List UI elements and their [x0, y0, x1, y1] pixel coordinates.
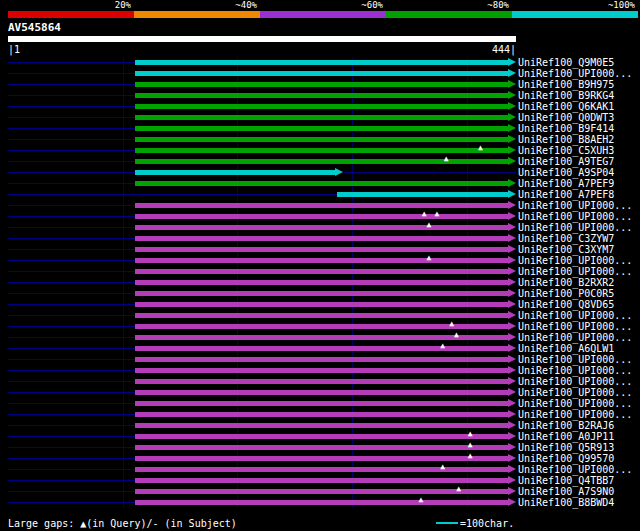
hit-accession-link[interactable]: UniRef100_UPI000...	[518, 222, 632, 233]
hit-accession-link[interactable]: UniRef100_UPI000...	[518, 211, 632, 222]
hsp-arrowhead-icon	[508, 179, 516, 187]
hsp-bar[interactable]	[135, 126, 508, 131]
hsp-arrowhead-icon	[508, 256, 516, 264]
hsp-bar[interactable]	[135, 159, 508, 164]
hsp-bar[interactable]	[135, 280, 508, 285]
hit-accession-link[interactable]: UniRef100_UPI000...	[518, 409, 632, 420]
hsp-bar[interactable]	[135, 93, 508, 98]
hit-accession-link[interactable]: UniRef100_UPI000...	[518, 398, 632, 409]
hit-accession-link[interactable]: UniRef100_UPI000...	[518, 354, 632, 365]
hsp-bar[interactable]	[135, 225, 508, 230]
hsp-bar[interactable]	[135, 478, 508, 483]
hit-accession-link[interactable]: UniRef100_C3ZYW7	[518, 233, 614, 244]
hit-accession-link[interactable]: UniRef100_A0JP11	[518, 431, 614, 442]
large-gap-marker-icon: ▲	[456, 485, 461, 493]
hit-accession-link[interactable]: UniRef100_UPI000...	[518, 464, 632, 475]
alignment-row: UniRef100_B2RXR2	[0, 277, 640, 288]
hsp-bar[interactable]	[135, 258, 508, 263]
hit-accession-link[interactable]: UniRef100_B8AEH2	[518, 134, 614, 145]
hsp-bar[interactable]	[135, 137, 508, 142]
query-uncovered-line	[8, 194, 337, 195]
hit-accession-link[interactable]: UniRef100_B2RAJ6	[518, 420, 614, 431]
hsp-bar[interactable]	[135, 60, 508, 65]
hit-accession-link[interactable]: UniRef100_Q9M0E5	[518, 57, 614, 68]
hsp-bar[interactable]	[135, 346, 508, 351]
hit-accession-link[interactable]: UniRef100_A7S9N0	[518, 486, 614, 497]
hit-accession-link[interactable]: UniRef100_A9SP04	[518, 167, 614, 178]
hsp-bar[interactable]	[135, 434, 508, 439]
query-uncovered-line	[8, 117, 135, 118]
alignment-row: ▲UniRef100_Q99570	[0, 453, 640, 464]
hsp-bar[interactable]	[135, 115, 508, 120]
hit-accession-link[interactable]: UniRef100_B9RKG4	[518, 90, 614, 101]
hsp-bar[interactable]	[135, 181, 508, 186]
hit-accession-link[interactable]: UniRef100_Q6KAK1	[518, 101, 614, 112]
hit-accession-link[interactable]: UniRef100_B8BWD4	[518, 497, 614, 508]
hsp-bar[interactable]	[135, 412, 508, 417]
hit-accession-link[interactable]: UniRef100_UPI000...	[518, 321, 632, 332]
hsp-bar[interactable]	[135, 148, 508, 153]
hsp-bar[interactable]	[135, 104, 508, 109]
alignment-row: UniRef100_A7PEF9	[0, 178, 640, 189]
hsp-bar[interactable]	[135, 71, 508, 76]
hsp-bar[interactable]	[135, 456, 508, 461]
hit-accession-link[interactable]: UniRef100_P0C0R5	[518, 288, 614, 299]
hsp-bar[interactable]	[135, 357, 508, 362]
hit-accession-link[interactable]: UniRef100_Q0DWT3	[518, 112, 614, 123]
hit-accession-link[interactable]: UniRef100_Q5R913	[518, 442, 614, 453]
hit-accession-link[interactable]: UniRef100_UPI000...	[518, 68, 632, 79]
hit-accession-link[interactable]: UniRef100_Q4TBB7	[518, 475, 614, 486]
hsp-bar[interactable]	[135, 269, 508, 274]
hsp-bar[interactable]	[135, 445, 508, 450]
alignment-row: UniRef100_Q8VD65	[0, 299, 640, 310]
hit-accession-link[interactable]: UniRef100_UPI000...	[518, 387, 632, 398]
hsp-arrowhead-icon	[508, 388, 516, 396]
query-uncovered-line	[8, 271, 135, 272]
hit-accession-link[interactable]: UniRef100_Q99570	[518, 453, 614, 464]
hsp-bar[interactable]	[135, 489, 508, 494]
hsp-arrowhead-icon	[508, 245, 516, 253]
hsp-bar[interactable]	[337, 192, 508, 197]
hit-accession-link[interactable]: UniRef100_A9TEG7	[518, 156, 614, 167]
hsp-bar[interactable]	[135, 214, 508, 219]
hsp-bar[interactable]	[135, 335, 508, 340]
hsp-bar[interactable]	[135, 313, 508, 318]
hsp-arrowhead-icon	[508, 267, 516, 275]
hsp-bar[interactable]	[135, 170, 335, 175]
hsp-bar[interactable]	[135, 423, 508, 428]
hit-accession-link[interactable]: UniRef100_UPI000...	[518, 376, 632, 387]
query-uncovered-line	[8, 183, 135, 184]
hsp-bar[interactable]	[135, 368, 508, 373]
hit-accession-link[interactable]: UniRef100_B9F414	[518, 123, 614, 134]
hsp-bar[interactable]	[135, 247, 508, 252]
hit-accession-link[interactable]: UniRef100_A7PEF9	[518, 178, 614, 189]
large-gap-marker-icon: ▲	[418, 496, 423, 504]
hit-accession-link[interactable]: UniRef100_C3XYM7	[518, 244, 614, 255]
alignment-row: ▲▲UniRef100_UPI000...	[0, 211, 640, 222]
hit-accession-link[interactable]: UniRef100_UPI000...	[518, 310, 632, 321]
hsp-bar[interactable]	[135, 500, 508, 505]
hit-accession-link[interactable]: UniRef100_UPI000...	[518, 332, 632, 343]
hsp-bar[interactable]	[135, 291, 508, 296]
hit-accession-link[interactable]: UniRef100_C5XUH3	[518, 145, 614, 156]
hit-accession-link[interactable]: UniRef100_B2RXR2	[518, 277, 614, 288]
alignment-row: UniRef100_UPI000...	[0, 310, 640, 321]
hsp-bar[interactable]	[135, 390, 508, 395]
hit-accession-link[interactable]: UniRef100_UPI000...	[518, 255, 632, 266]
hit-accession-link[interactable]: UniRef100_UPI000...	[518, 365, 632, 376]
hsp-bar[interactable]	[135, 379, 508, 384]
hsp-bar[interactable]	[135, 82, 508, 87]
hit-accession-link[interactable]: UniRef100_Q8VD65	[518, 299, 614, 310]
hsp-arrowhead-icon	[508, 278, 516, 286]
hit-accession-link[interactable]: UniRef100_B9H975	[518, 79, 614, 90]
large-gap-marker-icon: ▲	[444, 155, 449, 163]
hsp-bar[interactable]	[135, 467, 508, 472]
hit-accession-link[interactable]: UniRef100_UPI000...	[518, 200, 632, 211]
hit-accession-link[interactable]: UniRef100_UPI000...	[518, 266, 632, 277]
hsp-bar[interactable]	[135, 236, 508, 241]
hsp-bar[interactable]	[135, 203, 508, 208]
hit-accession-link[interactable]: UniRef100_A7PEF8	[518, 189, 614, 200]
hsp-bar[interactable]	[135, 302, 508, 307]
hit-accession-link[interactable]: UniRef100_A6QLW1	[518, 343, 614, 354]
hsp-bar[interactable]	[135, 401, 508, 406]
